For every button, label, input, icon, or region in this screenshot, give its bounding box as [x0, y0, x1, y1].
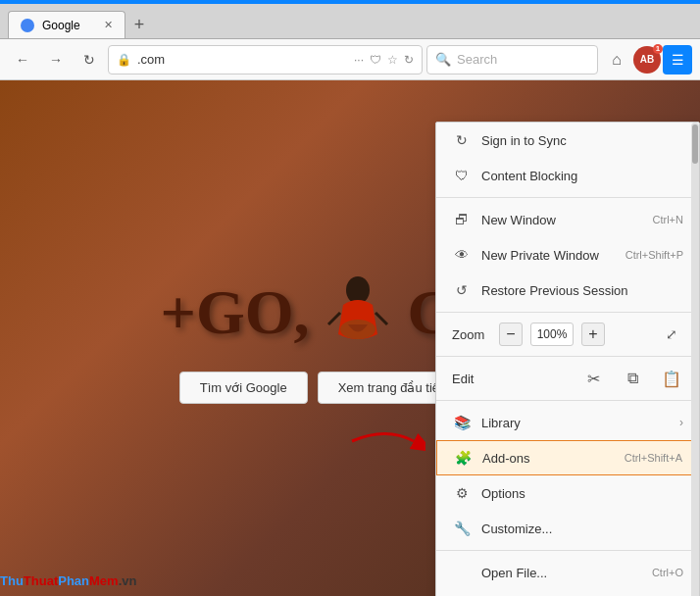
- google-search-button[interactable]: Tìm với Google: [179, 372, 308, 404]
- url-bar[interactable]: 🔒 .com ··· 🛡 ☆ ↻: [108, 45, 423, 74]
- menu-separator-5: [436, 550, 699, 551]
- menu-label-addons: Add-ons: [482, 451, 625, 466]
- menu-label-new-window: New Window: [481, 213, 653, 227]
- menu-scrollbar[interactable]: [691, 123, 699, 596]
- svg-point-1: [340, 320, 375, 339]
- cut-icon[interactable]: ✂: [581, 367, 605, 390]
- svg-point-0: [346, 276, 370, 304]
- zoom-fullscreen-button[interactable]: ⤢: [660, 323, 683, 346]
- tab-favicon: [21, 19, 34, 32]
- menu-item-content-blocking[interactable]: 🛡 Content Blocking: [436, 158, 699, 193]
- library-icon: 📚: [452, 413, 472, 432]
- menu-label-restore-session: Restore Previous Session: [481, 283, 683, 298]
- avatar-label: AB: [640, 54, 654, 65]
- search-icon: 🔍: [435, 52, 451, 67]
- menu-separator-3: [436, 356, 699, 357]
- url-more-icon: ···: [354, 53, 364, 67]
- menu-label-options: Options: [481, 486, 683, 501]
- home-button[interactable]: ⌂: [602, 45, 631, 74]
- hamburger-dropdown: ↻ Sign in to Sync 🛡 Content Blocking 🗗 N…: [435, 122, 700, 596]
- zoom-value: 100%: [530, 323, 574, 346]
- watermark-vn: vn: [122, 573, 136, 588]
- menu-item-library[interactable]: 📚 Library ›: [436, 405, 699, 440]
- browser-frame: Google ✕ + ← → ↻ 🔒 .com ··· 🛡 ☆ ↻ 🔍 Sear…: [0, 0, 700, 596]
- edit-label: Edit: [452, 372, 491, 386]
- private-window-icon: 👁: [452, 245, 472, 265]
- paste-icon[interactable]: 📋: [660, 367, 683, 390]
- menu-item-customize[interactable]: 🔧 Customize...: [436, 511, 699, 546]
- arrow-annotation: [347, 422, 425, 465]
- zoom-controls: Zoom − 100% + ⤢: [436, 317, 699, 352]
- reload-button[interactable]: ↻: [75, 45, 104, 74]
- url-lock-icon: 🔒: [117, 53, 131, 67]
- url-shield-icon: 🛡: [370, 53, 381, 67]
- menu-separator-2: [436, 312, 699, 313]
- watermark-phan: Phan: [58, 573, 89, 588]
- menu-label-new-private-window: New Private Window: [481, 248, 625, 263]
- search-placeholder: Search: [457, 52, 497, 67]
- watermark-mem: Mem: [89, 573, 119, 588]
- menu-label-sign-in-sync: Sign in to Sync: [481, 133, 683, 148]
- menu-label-content-blocking: Content Blocking: [481, 169, 683, 183]
- avatar-badge: 1: [653, 44, 663, 54]
- zoom-minus-button[interactable]: −: [499, 323, 523, 346]
- menu-item-addons[interactable]: 🧩 Add-ons Ctrl+Shift+A: [436, 440, 699, 475]
- tab-close-button[interactable]: ✕: [104, 19, 113, 31]
- options-icon: ⚙: [452, 483, 472, 503]
- new-window-icon: 🗗: [452, 210, 472, 229]
- menu-item-open-file[interactable]: Open File... Ctrl+O: [436, 555, 699, 590]
- menu-label-customize: Customize...: [481, 522, 683, 536]
- menu-separator-4: [436, 400, 699, 401]
- menu-item-restore-session[interactable]: ↺ Restore Previous Session: [436, 273, 699, 308]
- tab-title: Google: [42, 19, 80, 32]
- copy-icon[interactable]: ⧉: [621, 367, 644, 390]
- open-file-icon: [452, 563, 472, 582]
- toolbar-right: ⌂ AB 1 ☰: [602, 45, 692, 74]
- avatar-button[interactable]: AB 1: [633, 46, 661, 74]
- active-tab[interactable]: Google ✕: [8, 11, 125, 38]
- page-content: +GO, GLE Tìm với Google: [0, 80, 700, 596]
- menu-label-library: Library: [481, 416, 679, 430]
- menu-shortcut-addons: Ctrl+Shift+A: [625, 452, 682, 464]
- menu-item-save-page[interactable]: Save Page As... Ctrl+S: [436, 590, 699, 596]
- restore-icon: ↺: [452, 280, 472, 300]
- google-text-part1: +GO,: [160, 276, 309, 349]
- edit-controls: Edit ✂ ⧉ 📋: [436, 361, 699, 396]
- hamburger-menu-button[interactable]: ☰: [663, 45, 692, 74]
- doodle-figure: [309, 273, 407, 352]
- scrollbar-thumb: [692, 124, 698, 164]
- url-text: .com: [137, 52, 348, 67]
- svg-line-2: [328, 313, 340, 324]
- sync-icon: ↻: [452, 130, 472, 150]
- library-arrow-icon: ›: [679, 416, 683, 429]
- menu-shortcut-new-window: Ctrl+N: [653, 214, 683, 225]
- back-button[interactable]: ←: [8, 45, 37, 74]
- customize-icon: 🔧: [452, 519, 472, 538]
- forward-button[interactable]: →: [41, 45, 71, 74]
- zoom-plus-button[interactable]: +: [581, 323, 605, 346]
- zoom-label: Zoom: [452, 327, 491, 342]
- watermark-thu: Thu: [0, 573, 24, 588]
- menu-item-sign-in-sync[interactable]: ↻ Sign in to Sync: [436, 123, 699, 158]
- menu-item-new-window[interactable]: 🗗 New Window Ctrl+N: [436, 202, 699, 237]
- addons-icon: 🧩: [453, 448, 473, 468]
- watermark: ThuThuatPhanMem.vn: [0, 573, 136, 588]
- menu-separator-1: [436, 197, 699, 198]
- toolbar: ← → ↻ 🔒 .com ··· 🛡 ☆ ↻ 🔍 Search ⌂ AB 1 ☰: [0, 39, 700, 80]
- url-star-icon: ☆: [387, 53, 398, 67]
- edit-icons-group: ✂ ⧉ 📋: [581, 367, 683, 390]
- menu-label-open-file: Open File...: [481, 566, 652, 580]
- tab-bar: Google ✕ +: [0, 4, 700, 39]
- shield-icon: 🛡: [452, 166, 472, 185]
- watermark-thuat: Thuat: [24, 573, 58, 588]
- url-refresh-icon: ↻: [404, 53, 414, 67]
- menu-item-options[interactable]: ⚙ Options: [436, 475, 699, 511]
- search-bar[interactable]: 🔍 Search: [426, 45, 598, 74]
- menu-item-new-private-window[interactable]: 👁 New Private Window Ctrl+Shift+P: [436, 237, 699, 273]
- menu-shortcut-new-private: Ctrl+Shift+P: [625, 249, 683, 261]
- menu-shortcut-open-file: Ctrl+O: [652, 567, 683, 578]
- svg-line-3: [375, 313, 387, 324]
- new-tab-button[interactable]: +: [125, 11, 153, 38]
